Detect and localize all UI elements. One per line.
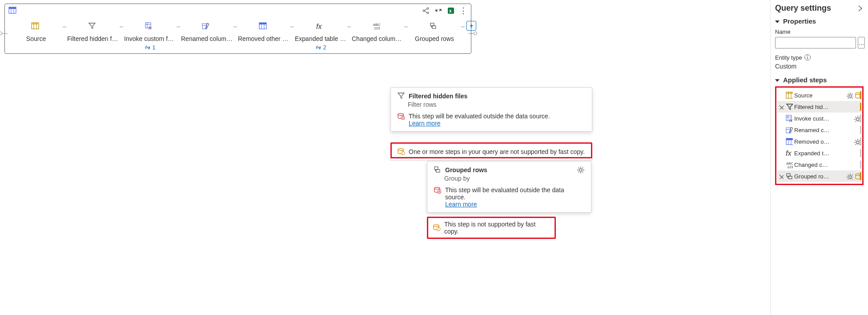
entity-type-label: Entity type bbox=[775, 54, 802, 61]
step-popup-filtered: Filtered hidden files Filter rows This s… bbox=[390, 87, 592, 132]
step-icon bbox=[259, 21, 269, 32]
filter-icon bbox=[397, 92, 405, 100]
flow-step[interactable]: Invoke custom fu… 1 bbox=[123, 21, 177, 51]
name-label: Name bbox=[775, 28, 864, 35]
step-label: Invoke cust… bbox=[794, 115, 852, 122]
applied-step-row[interactable]: Grouped ro… bbox=[777, 170, 861, 182]
step-popup-grouped: Grouped rows Group by This step will be … bbox=[427, 161, 591, 213]
step-label: Invoke custom fu… bbox=[124, 35, 176, 42]
applied-step-row[interactable]: Source bbox=[777, 89, 861, 101]
applied-step-row[interactable]: Removed o… bbox=[777, 136, 861, 147]
flow-step[interactable]: Grouped rows bbox=[408, 21, 461, 42]
group-icon bbox=[434, 166, 442, 174]
applied-step-row[interactable]: Expanded t… bbox=[777, 147, 861, 159]
step-label: Grouped ro… bbox=[794, 173, 845, 180]
step-type-icon bbox=[786, 149, 793, 157]
step-icon bbox=[202, 21, 212, 32]
gear-icon[interactable] bbox=[846, 173, 853, 180]
step-link[interactable]: 1 bbox=[144, 44, 155, 51]
learn-more-link[interactable]: Learn more bbox=[445, 201, 477, 208]
popup-subtitle: Group by bbox=[444, 175, 585, 182]
step-type-icon bbox=[786, 115, 793, 122]
step-label: Renamed columns bbox=[181, 35, 233, 42]
step-type-icon bbox=[786, 161, 793, 168]
gear-icon[interactable] bbox=[854, 115, 860, 122]
flow-step[interactable]: Changed column… bbox=[351, 21, 404, 42]
query-icon bbox=[8, 7, 17, 15]
popup-title: Filtered hidden files bbox=[409, 93, 467, 100]
warning-text: This step is not supported by fast copy. bbox=[444, 221, 550, 235]
step-icon bbox=[145, 21, 155, 32]
db-x-icon bbox=[434, 186, 442, 194]
applied-step-row[interactable]: Renamed c… bbox=[777, 124, 861, 136]
gear-icon[interactable] bbox=[577, 166, 585, 174]
step-label: Removed other c… bbox=[238, 35, 289, 42]
applied-steps-title[interactable]: Applied steps bbox=[783, 76, 827, 84]
db-x-icon bbox=[397, 113, 405, 121]
step-type-icon bbox=[786, 126, 793, 133]
collapse-icon[interactable] bbox=[434, 7, 442, 15]
step-label: Expanded table c… bbox=[295, 35, 346, 42]
delete-step-icon[interactable] bbox=[778, 174, 784, 179]
eval-text: This step will be evaluated outside the … bbox=[445, 186, 585, 201]
popup-subtitle: Filter rows bbox=[408, 101, 586, 108]
applied-step-row[interactable]: Changed c… bbox=[777, 159, 861, 170]
step-icon bbox=[88, 21, 98, 32]
gear-icon[interactable] bbox=[854, 138, 860, 145]
flow-step[interactable]: Filtered hidden fi… bbox=[66, 21, 120, 42]
step-icon bbox=[430, 21, 439, 32]
popup2-warning-row: This step is not supported by fast copy. bbox=[427, 217, 556, 239]
step-label: Source bbox=[26, 35, 46, 42]
step-label: Source bbox=[794, 92, 845, 99]
share-icon[interactable] bbox=[422, 7, 430, 15]
flow-step[interactable]: Renamed columns bbox=[180, 21, 233, 42]
gear-icon[interactable] bbox=[846, 92, 853, 99]
entity-type-value: Custom bbox=[775, 63, 864, 70]
step-icon bbox=[373, 21, 382, 32]
db-warn-icon bbox=[433, 224, 441, 232]
excel-icon[interactable] bbox=[447, 7, 455, 15]
step-link[interactable]: 2 bbox=[315, 44, 326, 51]
step-type-icon bbox=[786, 92, 793, 99]
expand-icon[interactable] bbox=[856, 4, 864, 12]
step-icon bbox=[31, 21, 41, 32]
learn-more-link[interactable]: Learn more bbox=[409, 120, 441, 127]
step-type-icon bbox=[786, 173, 793, 180]
properties-title[interactable]: Properties bbox=[783, 17, 816, 25]
step-label: Grouped rows bbox=[415, 35, 454, 42]
step-type-icon bbox=[786, 103, 793, 110]
step-label: Expanded t… bbox=[794, 150, 860, 157]
applied-steps-list: Source Filtered hid… Invoke cust… Rename… bbox=[775, 86, 864, 185]
delete-step-icon[interactable] bbox=[778, 104, 784, 109]
step-label: Removed o… bbox=[794, 138, 852, 145]
query-settings-panel: Query settings Properties Name … Entity … bbox=[770, 0, 868, 315]
step-type-icon bbox=[786, 138, 793, 145]
flow-step[interactable]: Removed other c… bbox=[237, 21, 290, 42]
step-label: Renamed c… bbox=[794, 127, 860, 133]
flow-step[interactable]: Expanded table c… 2 bbox=[294, 21, 347, 51]
panel-title: Query settings bbox=[775, 4, 831, 13]
name-input[interactable] bbox=[775, 37, 856, 48]
eval-text: This step will be evaluated outside the … bbox=[409, 113, 550, 120]
step-label: Filtered hidden fi… bbox=[67, 35, 119, 42]
highlight-box bbox=[390, 142, 592, 158]
flow-step[interactable]: Source bbox=[9, 21, 63, 42]
info-icon[interactable] bbox=[804, 54, 811, 61]
query-flow-diagram: ⋮ Source Filtered hidden fi… Invoke cust… bbox=[4, 4, 471, 54]
step-label: Changed c… bbox=[794, 162, 860, 168]
step-icon bbox=[316, 21, 325, 32]
step-label: Changed column… bbox=[352, 35, 403, 42]
applied-step-row[interactable]: Invoke cust… bbox=[777, 113, 861, 124]
db-icon bbox=[854, 92, 860, 99]
popup-title: Grouped rows bbox=[445, 166, 487, 174]
add-step-button[interactable]: + bbox=[466, 21, 476, 31]
more-menu[interactable]: ⋮ bbox=[459, 8, 467, 13]
name-more-button[interactable]: … bbox=[858, 37, 865, 48]
applied-step-row[interactable]: Filtered hid… bbox=[777, 101, 861, 113]
db-icon bbox=[854, 173, 860, 180]
step-label: Filtered hid… bbox=[794, 104, 860, 110]
